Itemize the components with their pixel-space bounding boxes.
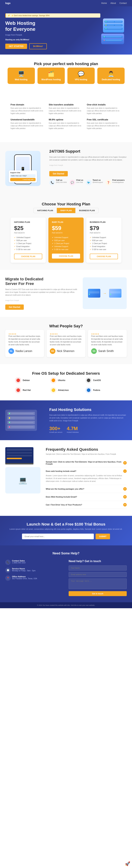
faq-question-3[interactable]: Does Web Hosting Include Email? + <box>46 495 127 499</box>
plan-card-web[interactable]: 🖥️ Web hosting <box>7 68 35 84</box>
choose-hatching-button[interactable]: CHOOSE PLAN <box>14 254 42 259</box>
hero-section: ⚡ ⚡ Don't miss limited-time savings. Sav… <box>0 6 132 55</box>
support-cta-button[interactable]: Get Started <box>49 171 68 176</box>
author-name-3: Sarah Smith <box>98 349 114 353</box>
pricing-card-business: BUSINESS PLAN $79 PER MONTH Unlimited Su… <box>86 218 122 263</box>
support-source: Image from Freepik <box>49 164 127 166</box>
feature-one-click: One-click installs Duis aute irure dolor… <box>87 103 122 115</box>
hero-price: Starting as only $4.99/mo! <box>5 38 100 41</box>
ubuntu-icon: 🟠 <box>50 377 57 383</box>
redhat-icon: 🔴 <box>15 387 21 393</box>
faq-intro: Sample text: Click to select the Text El… <box>46 453 127 455</box>
vps-label: VPS hosting <box>70 78 92 81</box>
migrate-cta-button[interactable]: Get Started <box>5 305 24 310</box>
migrate-text: Migrate to DedicatedServer For Free Need… <box>5 277 77 310</box>
faq-question-1[interactable]: Does web hosting include email? − <box>46 469 127 473</box>
debian-icon: 🔴 <box>15 377 21 383</box>
feature-free-domain: Free domain Duis aute irure dolor in rep… <box>10 103 45 115</box>
tab-hatching[interactable]: HATCHING PLAN <box>33 208 57 213</box>
os-ubuntu: 🟠 Ubuntu <box>50 377 82 383</box>
nav-links: Home About Contact <box>101 2 127 4</box>
promo-text: ⚡ Don't miss limited-time savings. Savin… <box>11 14 50 17</box>
support-desc1: Duis aute irure dolor in reprehenderit i… <box>49 156 127 161</box>
testimonials-section: What People Say? ★★★★★ Proin sed libero … <box>0 317 132 364</box>
hero-image <box>100 16 127 47</box>
pricing-card-hatching: HATCHING PLAN $25 PER MONTH Unlimited Su… <box>10 218 46 263</box>
plans-tabs: HATCHING PLAN BABY PLAN BUSINESS PLAN <box>5 208 127 213</box>
learn-more-button[interactable]: $4.99/mo! <box>29 43 47 49</box>
pricing-title: Choose Your Hosting Plan <box>5 202 127 207</box>
support-text: 24/7/365 Support Duis aute irure dolor i… <box>49 149 127 186</box>
faq-question-2[interactable]: What are the hosting packages you offer?… <box>46 487 127 491</box>
wordpress-label: WordPress hosting <box>40 78 62 81</box>
pricing-section: Choose Your Hosting Plan HATCHING PLAN B… <box>0 195 132 270</box>
plan-card-wordpress[interactable]: 🗂️ WordPress hosting <box>37 68 65 84</box>
footer-bottom: © 2024 You have created this website wit… <box>0 602 132 608</box>
footer-help-section: Need Some Help? 📞 Contact Sales 1 (800) … <box>0 546 132 602</box>
os-centos: ⚫ CentOS <box>85 377 117 383</box>
plan-card-vps[interactable]: 💬 VPS hosting <box>67 68 95 84</box>
os-debian: 🔴 Debian <box>15 377 47 383</box>
faq-title: Frequently Asked Questions <box>46 447 127 452</box>
navbar: logo Home About Contact <box>0 0 132 6</box>
pick-plan-section: Pick your perfect web hosting plan 🖥️ We… <box>0 55 132 91</box>
footer-copyright: © 2024 You have created this website wit… <box>2 604 130 606</box>
faq-question-0[interactable]: Sample text: Click to select the Text El… <box>46 461 127 465</box>
plan-features-business: Unlimited Support 5GB per user 1 Client … <box>90 236 118 251</box>
touch-message-input[interactable] <box>69 579 127 589</box>
feature-ssl: Free SSL certificate Duis aute irure dol… <box>87 118 122 130</box>
faq-image: 💻 <box>5 447 40 509</box>
faq-item-3: Does Web Hosting Include Email? + <box>46 493 127 501</box>
get-started-button[interactable]: GET STARTED <box>5 44 27 49</box>
choose-business-button[interactable]: CHOOSE PLAN <box>90 254 118 259</box>
tab-baby[interactable]: BABY PLAN <box>57 208 75 213</box>
sales-icon: 📞 <box>5 560 10 565</box>
testimonial-3: ★★★★★ Proin sed libero enim sed faucibus… <box>88 330 127 357</box>
cta-desc: Lorem ipsum dolor sit amet, consectetur … <box>5 528 127 530</box>
faq-toggle-0[interactable]: + <box>123 461 127 465</box>
faq-toggle-1[interactable]: − <box>123 469 127 473</box>
fast-stats: 300+ Growth per annum 4.7M Hosted Websit… <box>49 426 127 433</box>
avatar-1: NL <box>8 348 14 354</box>
plan-features-baby: Unlimited Support 5GB per user 1 Client … <box>52 236 80 251</box>
vps-icon: 💬 <box>70 71 92 77</box>
cta-submit-button[interactable]: SUBMIT <box>96 534 110 539</box>
pick-plan-title: Pick your perfect web hosting plan <box>5 62 127 66</box>
faq-toggle-2[interactable]: + <box>123 487 127 491</box>
almalinux-icon: 🟡 <box>50 387 57 393</box>
footer-help-title: Need Some Help? <box>5 552 127 555</box>
feature-uptime: 99.9% uptime Duis aute irure dolor in re… <box>49 118 84 130</box>
os-title: Free OS Setup for Dedicated Servers <box>5 371 127 376</box>
fast-hosting-text: Fast Hosting Solutions Duis aute irure d… <box>49 407 127 433</box>
migrate-image: → 🚀 <box>83 277 127 309</box>
nav-about[interactable]: About <box>110 2 116 4</box>
nav-contact[interactable]: Contact <box>120 2 127 4</box>
faq-item-4: Can I Test Drive' Any of Your Products? … <box>46 501 127 509</box>
avatar-2: NS <box>50 348 56 354</box>
cta-email-input[interactable] <box>22 534 94 539</box>
send-button[interactable]: Get in touch <box>69 591 127 596</box>
service-hours: 🕐 Service Hours Monday to Friday - 9am -… <box>5 567 63 573</box>
touch-name-input[interactable] <box>69 565 127 570</box>
plan-card-dedicated[interactable]: 👨‍💼 Dedicated hosting <box>97 68 125 84</box>
faq-icon: ❓ <box>106 180 111 185</box>
faq-content: Frequently Asked Questions Sample text: … <box>46 447 127 509</box>
touch-email-input[interactable] <box>69 572 127 577</box>
hero-title: Web Hostingfor Everyone <box>5 20 100 32</box>
hero-text: ⚡ ⚡ Don't miss limited-time savings. Sav… <box>5 13 100 49</box>
tab-business[interactable]: BUSINESS PLAN <box>75 208 98 213</box>
faq-toggle-3[interactable]: + <box>123 495 127 499</box>
faq-toggle-4[interactable]: + <box>123 503 127 506</box>
contact-faq: ❓ Find answers KnowledgeBase <box>106 179 125 186</box>
faq-question-4[interactable]: Can I Test Drive' Any of Your Products? … <box>46 503 127 506</box>
testimonials-title: What People Say? <box>5 324 127 329</box>
migrate-title: Migrate to DedicatedServer For Free <box>5 277 77 286</box>
nav-home[interactable]: Home <box>101 2 107 4</box>
stat-hosted: 4.7M Hosted Websites <box>67 426 79 433</box>
os-almalinux: 🟡 AlmaLinux <box>50 387 82 393</box>
fast-hosting-section: Fast Hosting Solutions Duis aute irure d… <box>0 400 132 440</box>
footer-help-content: 📞 Contact Sales 1 (800) 555-1010 🕐 Servi… <box>5 560 127 596</box>
centos-icon: ⚫ <box>85 377 92 383</box>
web-hosting-icon: 🖥️ <box>10 71 32 77</box>
choose-baby-button[interactable]: CHOOSE PLAN <box>52 254 80 258</box>
